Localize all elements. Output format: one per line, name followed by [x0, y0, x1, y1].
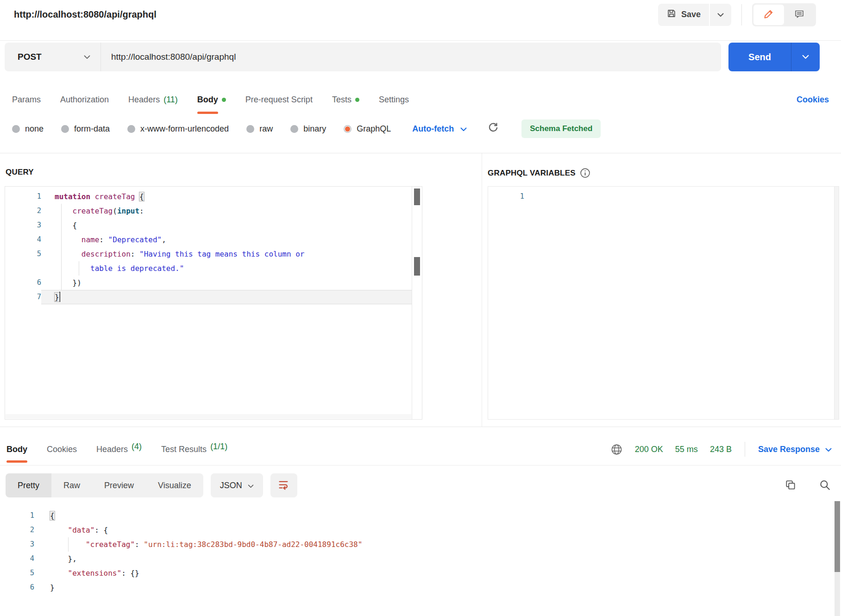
radio-icon: [246, 125, 254, 133]
radio-icon: [127, 125, 135, 133]
request-tabs: Params Authorization Headers(11) Body Pr…: [12, 83, 829, 116]
response-headers-count: (4): [132, 442, 142, 457]
response-tab-test-results[interactable]: Test Results(1/1): [161, 442, 227, 457]
graphql-query-editor[interactable]: 1mutation createTag {2 createTag(input:3…: [5, 186, 422, 420]
radio-selected-icon: [344, 125, 351, 133]
graphql-variables-editor[interactable]: 1: [488, 186, 839, 420]
tab-pre-request-script[interactable]: Pre-request Script: [245, 92, 313, 107]
method-select[interactable]: POST: [5, 43, 101, 71]
refresh-icon: [487, 122, 499, 136]
response-tools-right: [785, 479, 831, 491]
variables-scrollbar[interactable]: [834, 187, 839, 419]
method-url-group: POST http://localhost:8080/api/graphql: [5, 43, 721, 71]
chevron-down-icon: [460, 124, 467, 134]
request-header-bar: http://localhost:8080/api/graphql Save: [0, 0, 841, 41]
graphql-variables-label: GRAPHQL VARIABLES: [488, 168, 590, 178]
request-url-row: POST http://localhost:8080/api/graphql S…: [5, 43, 820, 71]
save-button-group: Save: [658, 4, 731, 26]
body-type-none[interactable]: none: [12, 124, 44, 134]
radio-icon: [12, 125, 20, 133]
save-button[interactable]: Save: [658, 4, 709, 26]
radio-icon: [61, 125, 69, 133]
chevron-down-icon: [802, 53, 809, 61]
view-pretty[interactable]: Pretty: [6, 473, 51, 497]
method-value: POST: [18, 52, 84, 62]
body-type-raw[interactable]: raw: [246, 124, 273, 134]
scrollbar-annotation: [414, 257, 420, 276]
response-view-toolbar: Pretty Raw Preview Visualize JSON: [6, 473, 297, 497]
edit-comment-toggle-group: [752, 3, 816, 26]
code-row: 1mutation createTag {: [5, 189, 412, 204]
query-section-label: QUERY: [6, 168, 34, 177]
radio-icon: [290, 125, 298, 133]
scrollbar-thumb[interactable]: [414, 189, 420, 205]
send-options-button[interactable]: [791, 43, 820, 71]
info-icon[interactable]: [580, 168, 590, 178]
chevron-down-icon: [84, 53, 90, 61]
panel-divider: [482, 153, 482, 427]
response-tab-cookies[interactable]: Cookies: [47, 442, 77, 457]
code-row: 3 {: [5, 218, 412, 233]
query-code-lines: 1mutation createTag {2 createTag(input:3…: [5, 189, 412, 304]
tab-tests[interactable]: Tests: [332, 92, 359, 107]
autofetch-dropdown[interactable]: Auto-fetch: [412, 124, 467, 134]
view-visualize[interactable]: Visualize: [146, 473, 203, 497]
response-scrollbar[interactable]: [835, 501, 840, 616]
tab-body[interactable]: Body: [197, 92, 226, 107]
cookies-link[interactable]: Cookies: [797, 95, 829, 105]
save-response-button[interactable]: Save Response: [758, 445, 832, 454]
view-raw[interactable]: Raw: [51, 473, 92, 497]
search-icon[interactable]: [819, 479, 831, 491]
view-mode-segments: Pretty Raw Preview Visualize: [6, 473, 203, 497]
scrollbar-thumb[interactable]: [835, 501, 840, 572]
send-button[interactable]: Send: [728, 43, 791, 71]
code-row: 4 },: [0, 552, 832, 566]
tests-modified-dot: [355, 98, 359, 102]
url-input[interactable]: http://localhost:8080/api/graphql: [101, 43, 721, 71]
save-icon: [666, 8, 677, 21]
response-body-viewer[interactable]: 1{2 "data": {3 "createTag": "urn:li:tag:…: [0, 509, 832, 595]
tab-headers[interactable]: Headers(11): [128, 92, 178, 107]
header-divider: [741, 4, 742, 25]
format-select[interactable]: JSON: [211, 473, 263, 497]
code-row: 2 "data": {: [0, 523, 832, 537]
response-time: 55 ms: [675, 445, 698, 454]
view-preview[interactable]: Preview: [92, 473, 146, 497]
edit-mode-button[interactable]: [753, 5, 784, 25]
code-row: table is deprecated.": [5, 261, 412, 276]
body-type-form-data[interactable]: form-data: [61, 124, 110, 134]
body-type-urlencoded[interactable]: x-www-form-urlencoded: [127, 124, 229, 134]
scrollbar-track: [835, 572, 840, 616]
body-type-graphql[interactable]: GraphQL: [344, 124, 391, 134]
schema-status-badge: Schema Fetched: [521, 119, 601, 138]
send-button-group: Send: [728, 43, 820, 71]
network-globe-icon[interactable]: [610, 443, 623, 456]
copy-icon[interactable]: [785, 479, 797, 491]
comments-button[interactable]: [784, 5, 815, 25]
chevron-down-icon: [717, 10, 724, 19]
save-options-button[interactable]: [710, 4, 731, 26]
body-type-binary[interactable]: binary: [290, 124, 326, 134]
code-row: 5 description: "Having this tag means th…: [5, 247, 412, 261]
tab-params[interactable]: Params: [12, 92, 41, 107]
refresh-schema-button[interactable]: [487, 122, 499, 136]
response-status-group: 200 OK 55 ms 243 B Save Response: [610, 442, 832, 457]
save-button-label: Save: [681, 10, 701, 19]
code-row: 7}: [5, 290, 412, 304]
query-horizontal-scrollbar[interactable]: [6, 414, 411, 419]
tab-settings[interactable]: Settings: [379, 92, 409, 107]
chevron-down-icon: [248, 481, 254, 490]
code-row: 1{: [0, 509, 832, 523]
format-value: JSON: [220, 481, 242, 490]
query-scrollbar[interactable]: [412, 187, 422, 419]
body-type-row: none form-data x-www-form-urlencoded raw…: [12, 119, 832, 139]
meta-divider: [745, 442, 745, 457]
response-tab-body[interactable]: Body: [6, 442, 27, 457]
indent-guide: [79, 261, 79, 276]
response-tab-headers[interactable]: Headers(4): [96, 442, 142, 457]
chevron-down-icon: [825, 445, 832, 454]
wrap-lines-button[interactable]: [270, 473, 297, 497]
tab-authorization[interactable]: Authorization: [60, 92, 109, 107]
api-client-window: http://localhost:8080/api/graphql Save: [0, 0, 841, 616]
response-tabs: Body Cookies Headers(4) Test Results(1/1…: [6, 442, 227, 457]
